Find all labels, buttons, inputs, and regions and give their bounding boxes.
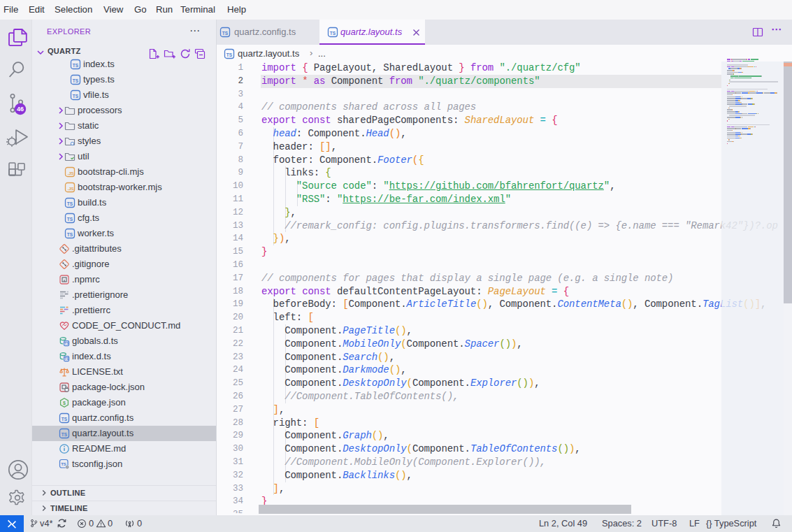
svg-text:.JS: .JS	[67, 171, 73, 175]
svg-text:TS: TS	[67, 201, 73, 206]
svg-text:TS: TS	[67, 217, 73, 222]
svg-text:TS: TS	[62, 417, 68, 422]
svg-text:TS: TS	[61, 462, 66, 466]
svg-text:TS: TS	[62, 432, 68, 437]
svg-text:$: $	[63, 401, 66, 406]
svg-text:TS: TS	[67, 232, 73, 237]
svg-text:TS: TS	[64, 357, 69, 361]
svg-text:TS: TS	[226, 52, 233, 57]
svg-text:TS: TS	[330, 31, 336, 36]
svg-text:TS: TS	[73, 78, 79, 83]
svg-text:46: 46	[17, 106, 24, 113]
svg-text:TS: TS	[73, 94, 79, 99]
svg-text:TS: TS	[222, 31, 229, 36]
svg-text:.JS: .JS	[67, 187, 73, 191]
svg-text:TS: TS	[73, 63, 79, 68]
svg-text:TS: TS	[64, 342, 69, 345]
